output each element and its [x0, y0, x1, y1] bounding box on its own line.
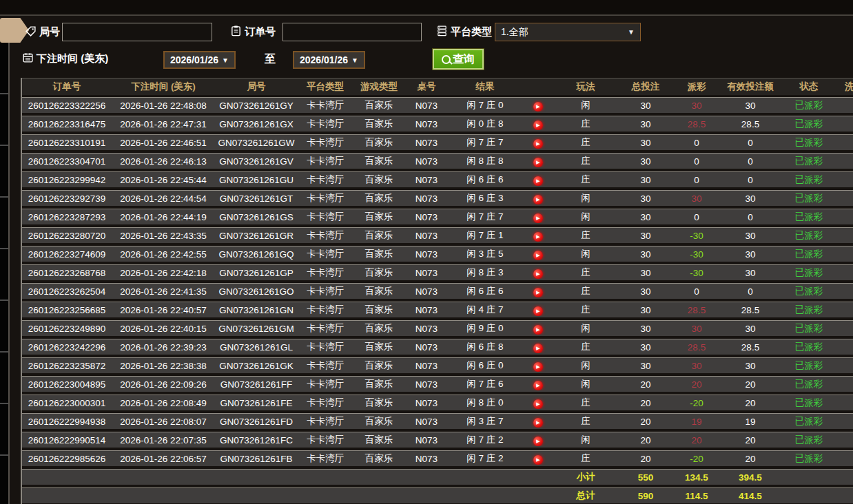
video-cell: ▶ [522, 286, 554, 297]
table-body: 2601262233222562026-01-26 22:48:08GN0732… [22, 97, 853, 466]
summary-payout: 134.5 [674, 472, 719, 483]
column-header: 游戏类型 [353, 81, 405, 93]
cell-play-type: 闲 [554, 192, 617, 204]
cell-play-type: 闲 [554, 434, 617, 446]
cell-game-no: GN073261261GP [215, 268, 298, 278]
cell-order: 260126223304701 [22, 156, 112, 167]
video-replay-icon[interactable]: ▶ [533, 306, 543, 316]
cell-status: 已派彩 [781, 248, 836, 260]
summary-valid: 414.5 [719, 491, 781, 501]
cell-play-type: 闲 [554, 322, 617, 335]
cell-game-type: 百家乐 [353, 192, 405, 204]
cell-time: 2026-01-26 22:42:18 [112, 268, 215, 278]
cell-result: 闲 4 庄 7 [448, 304, 522, 316]
cell-total: 30 [617, 175, 674, 185]
cell-game-no: GN073261261FD [215, 417, 298, 427]
video-replay-icon[interactable]: ▶ [533, 251, 543, 260]
cell-platform: 卡卡湾厅 [298, 155, 353, 167]
cell-game-type: 百家乐 [353, 155, 405, 167]
video-replay-icon[interactable]: ▶ [533, 176, 543, 186]
cell-table-no: N073 [405, 398, 448, 408]
summary-valid: 394.5 [719, 472, 781, 483]
tag-icon [25, 25, 37, 37]
cell-total: 30 [617, 361, 674, 371]
search-button[interactable]: 查询 [433, 49, 484, 70]
video-replay-icon[interactable]: ▶ [533, 269, 543, 279]
platform-type-select[interactable]: 1.全部 ▼ [495, 23, 641, 41]
cell-platform: 卡卡湾厅 [298, 415, 353, 428]
video-replay-icon[interactable]: ▶ [533, 232, 543, 242]
cell-game-type: 百家乐 [353, 415, 405, 428]
cell-platform: 卡卡湾厅 [298, 266, 353, 279]
date-to-picker[interactable]: 2026/01/26 ▼ [293, 51, 365, 69]
cell-order: 260126223299942 [22, 175, 112, 185]
cell-result: 闲 3 庄 7 [448, 415, 522, 428]
video-replay-icon[interactable]: ▶ [533, 399, 543, 409]
video-replay-icon[interactable]: ▶ [533, 362, 543, 372]
video-replay-icon[interactable]: ▶ [533, 418, 543, 428]
video-replay-icon[interactable]: ▶ [533, 344, 543, 353]
order-no-input[interactable] [282, 23, 422, 41]
cell-game-type: 百家乐 [353, 248, 405, 260]
video-replay-icon[interactable]: ▶ [533, 120, 543, 130]
cell-game-no: GN073261261GS [215, 212, 298, 222]
cell-valid: 30 [719, 101, 781, 111]
video-replay-icon[interactable]: ▶ [533, 455, 543, 465]
cell-game-type: 百家乐 [353, 341, 405, 353]
video-replay-icon[interactable]: ▶ [533, 437, 543, 446]
video-cell: ▶ [522, 267, 554, 279]
cell-status: 已派彩 [781, 397, 836, 409]
game-no-input[interactable] [62, 23, 212, 41]
video-replay-icon[interactable]: ▶ [533, 213, 543, 223]
summary-total: 550 [617, 472, 674, 483]
cell-platform: 卡卡湾厅 [298, 378, 353, 390]
video-cell: ▶ [522, 230, 554, 242]
cell-status: 已派彩 [781, 136, 836, 149]
cell-status: 已派彩 [781, 118, 836, 130]
cell-table-no: N073 [405, 175, 448, 185]
video-replay-icon[interactable]: ▶ [533, 102, 543, 112]
cell-game-type: 百家乐 [353, 304, 405, 316]
total-label: 总计 [554, 490, 617, 502]
date-from-value: 2026/01/26 [170, 54, 218, 65]
cell-valid: 20 [719, 379, 781, 390]
cell-payout: 0 [674, 156, 719, 167]
video-replay-icon[interactable]: ▶ [533, 288, 543, 297]
cell-game-no: GN073261261GU [215, 175, 298, 185]
cell-total: 30 [617, 342, 674, 353]
cell-order: 260126223310191 [22, 138, 112, 148]
cell-total: 30 [617, 286, 674, 297]
cell-table-no: N073 [405, 193, 448, 204]
video-replay-icon[interactable]: ▶ [533, 139, 543, 149]
subtotal-row: 小计550134.5394.5 [22, 469, 853, 485]
summary-payout: 114.5 [674, 491, 719, 501]
table-header-row: 订单号下注时间 (美东)局号平台类型游戏类型桌号结果玩法总投注派彩有效投注额状态… [22, 78, 853, 95]
video-replay-icon[interactable]: ▶ [533, 325, 543, 335]
table-row: 2601262230048952026-01-26 22:09:26GN0732… [22, 376, 853, 392]
cell-total: 30 [617, 324, 674, 334]
cell-game-no: GN073261261GT [215, 193, 298, 204]
video-cell: ▶ [522, 416, 554, 428]
table-row: 2601262232999422026-01-26 22:45:44GN0732… [22, 171, 853, 187]
cell-payout: 30 [674, 101, 719, 111]
cell-time: 2026-01-26 22:44:19 [112, 212, 215, 222]
cell-platform: 卡卡湾厅 [298, 322, 353, 335]
cell-result: 闲 6 庄 6 [448, 174, 522, 186]
cell-play-type: 闲 [554, 378, 617, 390]
column-header: 桌号 [405, 81, 448, 93]
to-label: 至 [265, 52, 276, 67]
cell-order: 260126223316475 [22, 119, 112, 129]
sidebar-strip [0, 43, 10, 504]
date-from-picker[interactable]: 2026/01/26 ▼ [163, 51, 236, 69]
cell-valid: 0 [719, 212, 781, 222]
cell-play-type: 庄 [554, 136, 617, 149]
column-header: 结果 [448, 81, 522, 93]
video-replay-icon[interactable]: ▶ [533, 381, 543, 390]
cell-game-type: 百家乐 [353, 118, 405, 130]
cell-table-no: N073 [405, 305, 448, 315]
cell-status: 已派彩 [781, 192, 836, 204]
video-replay-icon[interactable]: ▶ [533, 195, 543, 204]
cell-result: 闲 8 庄 0 [448, 397, 522, 409]
video-replay-icon[interactable]: ▶ [533, 158, 543, 167]
table-row: 2601262229856262026-01-26 22:06:57GN0732… [22, 450, 853, 466]
